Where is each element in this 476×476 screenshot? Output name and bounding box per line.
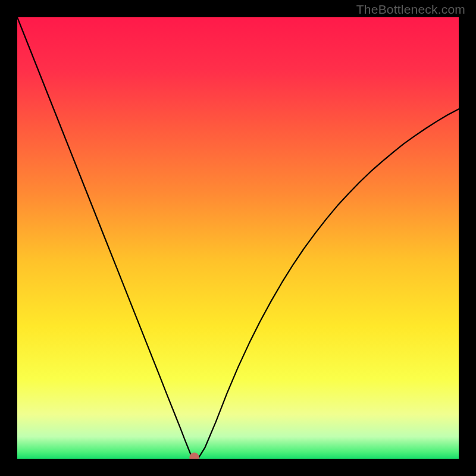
plot-area	[17, 17, 459, 459]
watermark-text: TheBottleneck.com	[356, 2, 465, 17]
chart-frame: TheBottleneck.com	[0, 0, 476, 476]
chart-svg	[17, 17, 459, 459]
gradient-background	[17, 17, 459, 459]
